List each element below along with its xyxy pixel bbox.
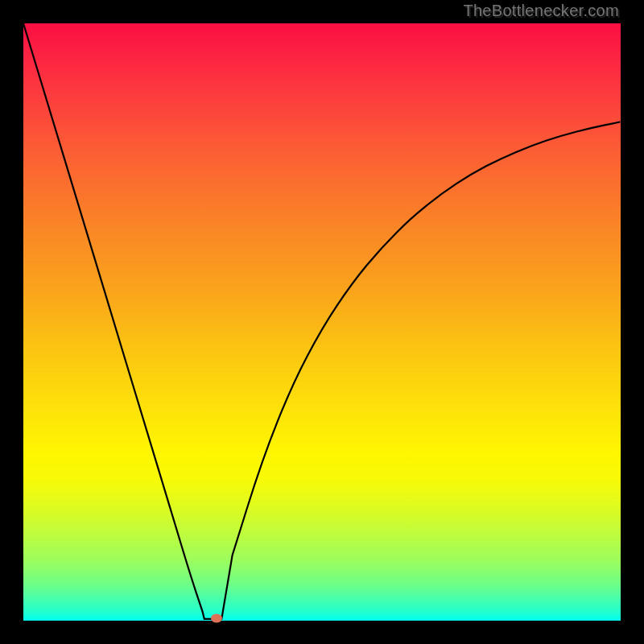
attribution-text: TheBottlenecker.com [463, 2, 619, 20]
chart-curve [23, 23, 621, 621]
bottleneck-curve-line [23, 23, 621, 619]
optimal-point-marker [211, 614, 222, 623]
chart-plot-area [23, 23, 621, 621]
